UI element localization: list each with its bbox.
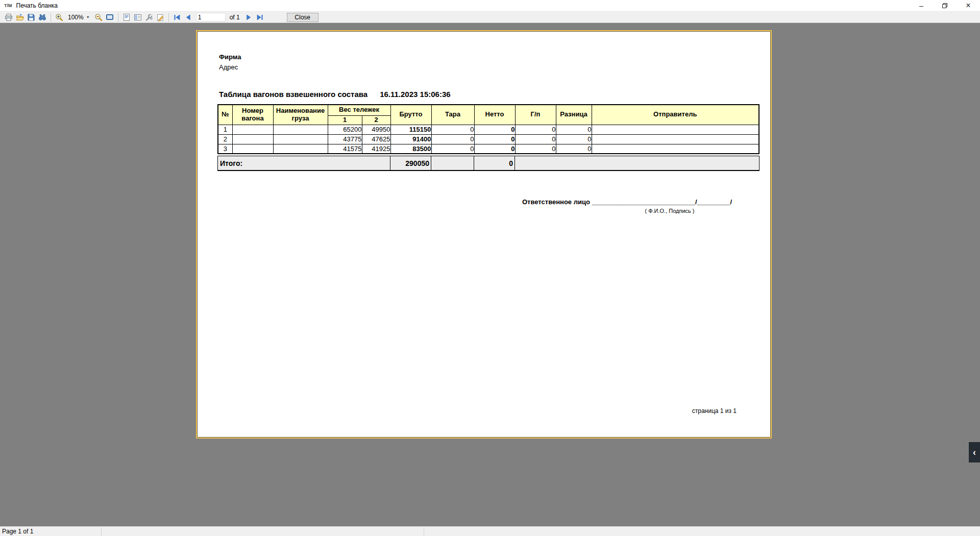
signature-line: Ответственное лицо _____________________… (522, 198, 732, 206)
edit-page-button[interactable] (155, 12, 166, 22)
print-button[interactable] (3, 12, 14, 22)
wagon-table-body: 1652004995011515000002437754762591400000… (218, 125, 759, 154)
close-window-button[interactable]: × (957, 0, 980, 11)
cell-bogie2: 47625 (362, 134, 390, 144)
signature-blanks: ____________________________/_________/ (592, 198, 732, 206)
toolbar-separator (51, 13, 51, 22)
chevron-left-icon: ‹ (973, 447, 976, 458)
wagon-table-wrap: № Номер вагона Наименование груза Вес те… (217, 104, 760, 171)
wrench-icon (145, 13, 153, 21)
binoculars-icon (38, 13, 46, 21)
cell-tare: 0 (431, 134, 474, 144)
preview-area: Фирма Адрес Таблица вагонов взвешенного … (0, 23, 980, 526)
cell-gross: 115150 (390, 125, 431, 134)
wagon-table: № Номер вагона Наименование груза Вес те… (217, 104, 760, 154)
cell-gross: 91400 (390, 134, 431, 144)
zoom-in-button[interactable] (54, 12, 65, 22)
cell-gross: 83500 (390, 144, 431, 154)
col-header-tare: Тара (431, 105, 474, 125)
cell-cargo (273, 144, 328, 154)
cell-num: 3 (218, 144, 232, 154)
cell-diff: 0 (556, 134, 592, 144)
cell-cargo (273, 125, 328, 134)
address-label: Адрес (219, 63, 238, 71)
cell-sender (592, 134, 759, 144)
col-header-gp: Г/п (515, 105, 556, 125)
report-title-row: Таблица вагонов взвешенного состава 16.1… (219, 90, 451, 99)
cell-cargo (273, 134, 328, 144)
cell-gp: 0 (515, 125, 556, 134)
document-page: Фирма Адрес Таблица вагонов взвешенного … (197, 31, 771, 437)
page-number-input[interactable] (196, 13, 226, 21)
col-header-bogie2: 2 (362, 115, 390, 125)
monitor-icon (106, 13, 114, 21)
cell-wagon (232, 134, 273, 144)
app-icon: Т/М (4, 3, 12, 8)
col-header-bogies: Вес тележек (328, 105, 390, 115)
find-button[interactable] (37, 12, 48, 22)
facing-pages-button[interactable] (132, 12, 143, 22)
zoom-in-icon (55, 13, 63, 21)
side-panel-toggle[interactable]: ‹ (969, 442, 980, 462)
zoom-out-icon (94, 13, 103, 21)
window-title: Печать бланка (16, 2, 58, 9)
cell-bogie2: 41925 (362, 144, 390, 154)
cell-gp: 0 (515, 134, 556, 144)
col-header-bogie1: 1 (328, 115, 362, 125)
save-icon (27, 13, 35, 21)
col-header-wagon: Номер вагона (232, 105, 273, 125)
minimize-button[interactable]: – (910, 0, 933, 11)
totals-label: Итого: (218, 156, 390, 170)
last-page-button[interactable] (254, 12, 265, 22)
firm-label: Фирма (219, 53, 241, 61)
status-bar-separator (424, 528, 424, 535)
close-button[interactable]: Close (287, 13, 318, 22)
status-bar: Page 1 of 1 (0, 526, 980, 536)
whole-page-button[interactable] (104, 12, 115, 22)
restore-button[interactable] (933, 0, 957, 11)
toolbar-separator (168, 13, 169, 22)
col-header-num: № (218, 105, 232, 125)
signature-caption: ( Ф.И.О., Подпись ) (629, 208, 710, 214)
next-page-icon (244, 13, 253, 21)
page-setup-icon (122, 13, 131, 21)
cell-net: 0 (474, 144, 515, 154)
totals-net: 0 (474, 156, 515, 170)
table-row: 34157541925835000000 (218, 144, 759, 154)
cell-wagon (232, 125, 273, 134)
cell-num: 2 (218, 134, 232, 144)
previous-page-icon (184, 13, 192, 21)
open-folder-icon (16, 13, 24, 21)
previous-page-button[interactable] (183, 12, 194, 22)
zoom-level-dropdown[interactable]: 100% ▼ (65, 14, 93, 21)
cell-tare: 0 (431, 125, 474, 134)
col-header-gross: Брутто (390, 105, 431, 125)
cell-net: 0 (474, 125, 515, 134)
cell-bogie1: 43775 (328, 134, 362, 144)
cell-bogie1: 41575 (328, 144, 362, 154)
print-settings-button[interactable] (143, 12, 155, 22)
table-row: 24377547625914000000 (218, 134, 759, 144)
close-icon: × (966, 1, 970, 10)
report-datetime: 16.11.2023 15:06:36 (380, 90, 450, 99)
cell-sender (592, 144, 759, 154)
cell-tare: 0 (431, 144, 474, 154)
cell-bogie1: 65200 (328, 125, 362, 134)
minimize-icon: – (919, 2, 923, 10)
toolbar-separator (118, 13, 118, 22)
save-button[interactable] (26, 12, 37, 22)
cell-diff: 0 (556, 144, 592, 154)
status-bar-separator (101, 528, 102, 535)
page-setup-button[interactable] (121, 12, 132, 22)
open-button[interactable] (14, 12, 26, 22)
cell-bogie2: 49950 (362, 125, 390, 134)
print-icon (5, 13, 13, 21)
first-page-button[interactable] (172, 12, 183, 22)
cell-diff: 0 (556, 125, 592, 134)
cell-wagon (232, 144, 273, 154)
col-header-cargo: Наименование груза (273, 105, 328, 125)
last-page-icon (256, 13, 264, 21)
next-page-button[interactable] (243, 12, 254, 22)
totals-tare (431, 156, 474, 170)
zoom-out-button[interactable] (93, 12, 104, 22)
